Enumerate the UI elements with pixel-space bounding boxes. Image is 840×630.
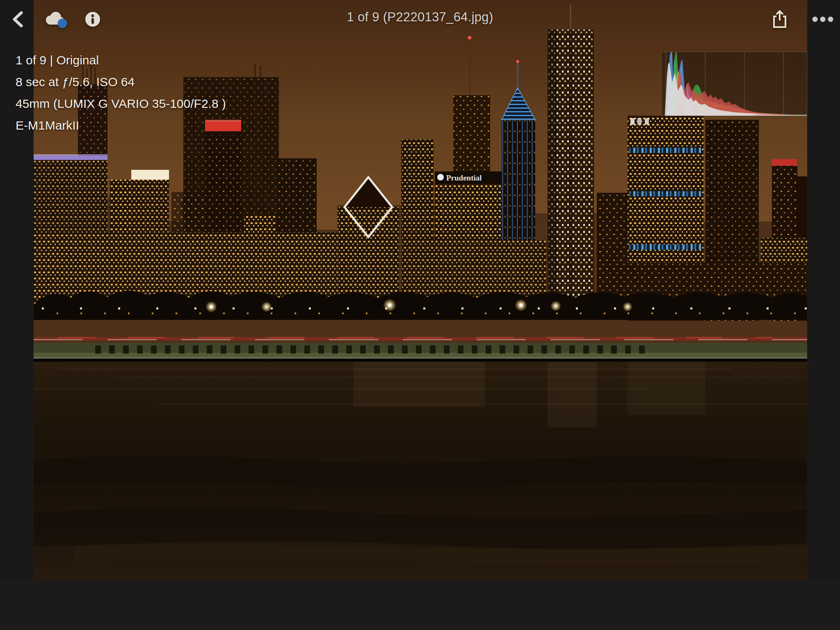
chevron-left-icon [11,11,24,27]
traffic-light-trails [34,337,807,340]
metadata-exposure-line: 8 sec at ƒ/5.6, ISO 64 [16,71,226,93]
water [34,362,807,580]
metadata-lens-line: 45mm (LUMIX G VARIO 35-100/F2.8 ) [16,93,226,114]
sync-status-dot [58,19,67,28]
back-button[interactable] [9,11,26,28]
more-options-button[interactable] [811,11,834,27]
cloud-sync-button[interactable] [44,9,69,30]
lightroom-app: Prudential [0,0,840,630]
building-aon-center [548,4,594,317]
histogram-channels [665,52,807,116]
metadata-index-line: 1 of 9 | Original [16,49,226,71]
metadata-overlay: 1 of 9 | Original 8 sec at ƒ/5.6, ISO 64… [16,49,226,136]
info-button[interactable] [84,10,102,28]
share-button[interactable] [769,9,790,30]
ellipsis-horizontal-icon [812,16,834,23]
histogram-chart [662,52,807,116]
prudential-sign-text: Prudential [446,173,482,182]
metadata-camera-line: E-M1MarkII [16,114,226,136]
cloud-sync-icon [45,10,68,29]
share-icon [771,9,789,29]
bottom-toolbar: Filmstrip Crop [0,580,840,630]
info-circle-icon [84,11,101,27]
histogram-panel[interactable] [661,52,807,116]
right-rail [807,0,840,580]
park-strip [34,343,807,358]
